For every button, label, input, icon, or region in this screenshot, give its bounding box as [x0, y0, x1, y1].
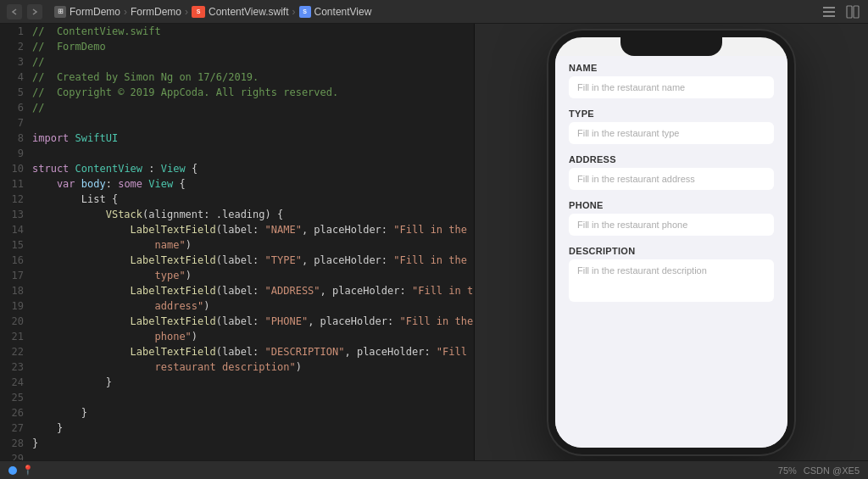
line-content: var body: some View {: [32, 176, 474, 192]
form-field-group: PHONEFill in the restaurant phone: [569, 200, 774, 236]
code-line: 22 LabelTextField(label: "DESCRIPTION", …: [0, 344, 474, 359]
svg-rect-0: [823, 7, 835, 8]
editor-options-button[interactable]: [821, 3, 837, 20]
line-content: [32, 146, 474, 161]
code-line: 18 LabelTextField(label: "ADDRESS", plac…: [0, 283, 474, 298]
line-number: 14: [0, 222, 32, 237]
svg-rect-1: [823, 11, 835, 13]
code-line: 6//: [0, 100, 474, 115]
title-bar-right: [821, 3, 861, 20]
line-number: 1: [0, 24, 32, 39]
code-line: 26 }: [0, 405, 474, 421]
line-number: 12: [0, 192, 32, 207]
line-number: 26: [0, 405, 32, 421]
code-line: 15 name"): [0, 237, 474, 253]
title-bar-left: ⊞ FormDemo › FormDemo › S ContentView.sw…: [7, 4, 371, 19]
code-line: 5// Copyright © 2019 AppCoda. All rights…: [0, 85, 474, 100]
code-editor[interactable]: 1// ContentView.swift2// FormDemo3//4// …: [0, 24, 475, 460]
line-number: 25: [0, 390, 32, 405]
code-line: 19 address"): [0, 298, 474, 314]
line-number: 28: [0, 436, 32, 451]
code-line: 2// FormDemo: [0, 39, 474, 54]
line-number: 22: [0, 344, 32, 359]
nav-back-button[interactable]: [7, 4, 22, 19]
main-content: 1// ContentView.swift2// FormDemo3//4// …: [0, 24, 868, 460]
storyboard-icon: S: [299, 6, 311, 18]
code-line: 14 LabelTextField(label: "NAME", placeHo…: [0, 222, 474, 237]
code-line: 4// Created by Simon Ng on 17/6/2019.: [0, 70, 474, 85]
form-field-input[interactable]: Fill in the restaurant name: [569, 76, 774, 98]
line-number: 2: [0, 39, 32, 54]
line-number: 9: [0, 146, 32, 161]
form-field-textarea[interactable]: Fill in the restaurant description: [569, 259, 774, 302]
code-line: 10struct ContentView : View {: [0, 161, 474, 176]
line-number: 29: [0, 451, 32, 460]
breadcrumb-formdemo2[interactable]: FormDemo: [131, 6, 181, 18]
nav-forward-button[interactable]: [27, 4, 42, 19]
form-field-label: TYPE: [569, 109, 774, 119]
code-line: 28}: [0, 436, 474, 451]
line-content: [32, 115, 474, 131]
line-content: address"): [32, 298, 474, 314]
line-number: 23: [0, 359, 32, 375]
code-line: 27 }: [0, 421, 474, 436]
breadcrumb-contentview-swift[interactable]: ContentView.swift: [209, 6, 289, 18]
title-bar: ⊞ FormDemo › FormDemo › S ContentView.sw…: [0, 0, 868, 24]
line-content: LabelTextField(label: "NAME", placeHolde…: [32, 222, 475, 237]
line-content: }: [32, 421, 474, 436]
code-line: 29: [0, 451, 474, 460]
line-number: 16: [0, 253, 32, 268]
grid-icon: ⊞: [54, 6, 66, 18]
iphone-mockup: NAMEFill in the restaurant nameTYPEFill …: [548, 31, 794, 454]
line-content: VStack(alignment: .leading) {: [32, 207, 474, 222]
line-content: }: [32, 375, 474, 390]
form-field-group: ADDRESSFill in the restaurant address: [569, 154, 774, 190]
preview-panel: NAMEFill in the restaurant nameTYPEFill …: [475, 24, 868, 460]
code-line: 8import SwiftUI: [0, 131, 474, 146]
code-line: 20 LabelTextField(label: "PHONE", placeH…: [0, 314, 474, 329]
line-number: 18: [0, 283, 32, 298]
code-line: 25: [0, 390, 474, 405]
line-content: }: [32, 436, 474, 451]
status-dot: [8, 466, 17, 475]
form-field-group: NAMEFill in the restaurant name: [569, 63, 774, 98]
line-number: 17: [0, 268, 32, 283]
line-content: LabelTextField(label: "ADDRESS", placeHo…: [32, 283, 475, 298]
line-number: 5: [0, 85, 32, 100]
code-line: 16 LabelTextField(label: "TYPE", placeHo…: [0, 253, 474, 268]
line-number: 8: [0, 131, 32, 146]
bottom-bar: 📍 75% CSDN @XE5: [0, 460, 868, 479]
form-field-input[interactable]: Fill in the restaurant phone: [569, 214, 774, 236]
line-number: 19: [0, 298, 32, 314]
line-content: //: [32, 54, 474, 70]
editor-info: CSDN @XE5: [804, 465, 860, 476]
line-content: phone"): [32, 329, 474, 344]
line-content: [32, 451, 474, 460]
line-content: LabelTextField(label: "PHONE", placeHold…: [32, 314, 475, 329]
breadcrumb-formdemo1[interactable]: FormDemo: [70, 6, 120, 18]
line-content: // Created by Simon Ng on 17/6/2019.: [32, 70, 474, 85]
form-field-label: ADDRESS: [569, 154, 774, 164]
form-field-input[interactable]: Fill in the restaurant type: [569, 122, 774, 144]
code-line: 17 type"): [0, 268, 474, 283]
line-content: LabelTextField(label: "TYPE", placeHolde…: [32, 253, 475, 268]
form-field-label: DESCRIPTION: [569, 246, 774, 256]
code-line: 12 List {: [0, 192, 474, 207]
line-number: 27: [0, 421, 32, 436]
line-content: // ContentView.swift: [32, 24, 474, 39]
line-content: name"): [32, 237, 474, 253]
code-line: 1// ContentView.swift: [0, 24, 474, 39]
split-editor-button[interactable]: [844, 3, 861, 20]
iphone-screen: NAMEFill in the restaurant nameTYPEFill …: [555, 56, 787, 448]
breadcrumb-contentview[interactable]: ContentView: [314, 6, 372, 18]
line-content: //: [32, 100, 474, 115]
code-line: 23 restaurant description"): [0, 359, 474, 375]
line-number: 13: [0, 207, 32, 222]
line-content: struct ContentView : View {: [32, 161, 474, 176]
form-field-input[interactable]: Fill in the restaurant address: [569, 168, 774, 190]
line-content: restaurant description"): [32, 359, 474, 375]
form-field-label: NAME: [569, 63, 774, 73]
swift-file-icon: S: [192, 6, 205, 18]
form-field-group: TYPEFill in the restaurant type: [569, 109, 774, 144]
line-number: 21: [0, 329, 32, 344]
